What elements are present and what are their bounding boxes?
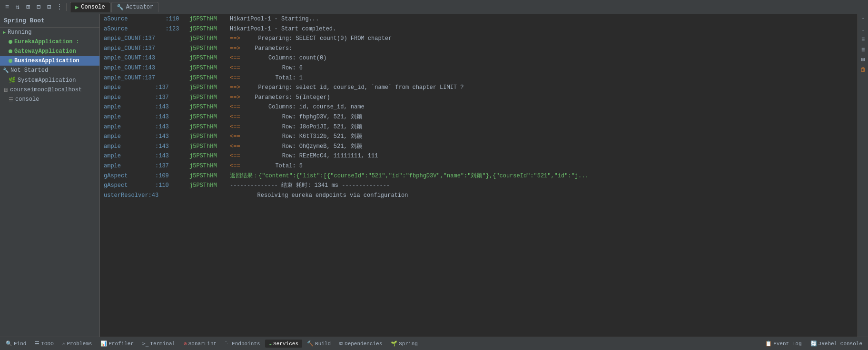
build-tab-label: Build [315, 341, 331, 347]
sidebar-item-not-started[interactable]: 🔧 Not Started [0, 66, 99, 75]
line-message: -------------- 结束 耗时: 1341 ms ----------… [230, 181, 854, 190]
line-message: Row: K6tT3i2b, 521, 刘颖 [251, 132, 854, 141]
spring-tab-label: Spring [399, 341, 418, 347]
format-button[interactable]: ≣ [859, 45, 868, 54]
pin-icon[interactable]: ⊡ [44, 2, 54, 12]
sort-icon[interactable]: ⇅ [13, 2, 22, 12]
host-label: courseimooc@localhost [10, 87, 82, 93]
sidebar-item-gateway[interactable]: GatewayApplication [0, 47, 99, 56]
jrebel-label: JRebel Console [819, 341, 862, 347]
bottom-tab-find[interactable]: 🔍 Find [2, 340, 30, 348]
bottom-tab-dependencies[interactable]: ⧉ Dependencies [335, 340, 386, 348]
tab-actuator[interactable]: 🔧 Actuator [111, 2, 159, 12]
line-source: ample :143 [104, 103, 189, 112]
line-thread: j5PSThHM [189, 74, 230, 83]
bottom-tab-services[interactable]: ☁ Services [265, 340, 302, 348]
eureka-label: EurekaApplication : [14, 39, 79, 45]
line-direction: <== [230, 132, 251, 141]
line-thread: j5PSThHM [189, 34, 230, 43]
bottom-tab-profiler[interactable]: 📊 Profiler [97, 340, 138, 348]
line-thread: j5PSThHM [189, 113, 230, 122]
dependencies-tab-icon: ⧉ [339, 341, 343, 347]
line-source: ample :143 [104, 132, 189, 141]
line-message: Columns: count(0) [251, 54, 854, 63]
bottom-bar: 🔍 Find ☰ TODO ⚠ Problems 📊 Profiler >_ T… [0, 337, 868, 350]
line-thread: j5PSThHM [189, 64, 230, 73]
line-source: aSource :123 [104, 25, 189, 34]
terminal-tab-label: Terminal [150, 341, 175, 347]
console-line: ample :143 j5PSThHM <== Row: OhQzymeB, 5… [100, 142, 858, 152]
line-message: Columns: id, course_id, name [251, 103, 854, 112]
line-source: aSource :110 [104, 15, 189, 24]
bottom-tab-terminal[interactable]: >_ Terminal [138, 340, 179, 348]
profiler-tab-icon: 📊 [100, 340, 107, 347]
line-message: HikariPool-1 - Starting... [230, 15, 854, 24]
bottom-tab-event-log[interactable]: 📋 Event Log [761, 340, 805, 348]
clear-button[interactable]: ⊟ [859, 55, 868, 64]
line-thread: j5PSThHM [189, 44, 230, 53]
find-tab-label: Find [14, 341, 26, 347]
sidebar-item-business[interactable]: BusinessApplication [0, 56, 99, 66]
line-source: ample_COUNT:137 [104, 74, 189, 83]
eureka-running-dot [9, 40, 12, 44]
right-sidebar: ↑ ↓ ≡ ≣ ⊟ 🗑 [858, 14, 868, 337]
sidebar-item-eureka[interactable]: EurekaApplication : [0, 37, 99, 47]
not-started-icon: 🔧 [3, 68, 9, 73]
line-source: ample :143 [104, 142, 189, 151]
line-thread: j5PSThHM [189, 123, 230, 132]
line-thread: j5PSThHM [189, 93, 230, 102]
system-label: SystemApplication [18, 77, 76, 84]
line-thread: j5PSThHM [189, 181, 230, 190]
business-running-dot [9, 59, 12, 63]
spring-tab-icon: 🌱 [391, 340, 397, 347]
line-direction: ==> [230, 83, 251, 92]
sidebar-item-system[interactable]: 🌿 SystemApplication [0, 75, 99, 85]
gateway-running-dot [9, 49, 12, 53]
tab-console[interactable]: ▶ Console [70, 2, 110, 12]
terminal-tab-icon: >_ [142, 340, 148, 347]
sidebar-item-console[interactable]: ☰ console [0, 95, 99, 104]
menu-icon[interactable]: ≡ [2, 2, 12, 12]
line-direction: ==> [230, 34, 251, 43]
line-direction: <== [230, 162, 251, 171]
console-area[interactable]: aSource :110 j5PSThHM HikariPool-1 - Sta… [100, 14, 858, 337]
sonarlint-tab-label: SonarLint [188, 341, 217, 347]
bottom-tab-problems[interactable]: ⚠ Problems [59, 340, 96, 348]
bottom-tab-endpoints[interactable]: ⋱ Endpoints [221, 340, 264, 348]
console-line: ample :137 j5PSThHM ==> Preparing: selec… [100, 83, 858, 93]
line-source: ample_COUNT:137 [104, 44, 189, 53]
bottom-tab-build[interactable]: 🔨 Build [303, 340, 335, 348]
bottom-tab-spring[interactable]: 🌱 Spring [387, 340, 422, 348]
gateway-label: GatewayApplication [14, 48, 76, 55]
more-icon[interactable]: ⋮ [55, 2, 64, 12]
scroll-down-button[interactable]: ↓ [859, 25, 868, 34]
console-line: ample :143 j5PSThHM <== Row: fbphgD3V, 5… [100, 112, 858, 122]
filter-icon[interactable]: ⊟ [34, 2, 43, 12]
line-thread: j5PSThHM [189, 142, 230, 151]
event-log-label: Event Log [773, 341, 801, 347]
delete-button[interactable]: 🗑 [859, 65, 868, 74]
line-message: Row: J8oPo1JI, 521, 刘颖 [251, 123, 854, 132]
sidebar-item-running[interactable]: ▶ Running [0, 28, 99, 37]
sidebar-item-host[interactable]: 🖥 courseimooc@localhost [0, 85, 99, 95]
running-arrow-icon: ▶ [3, 29, 6, 35]
line-thread: j5PSThHM [189, 25, 230, 34]
console-line: ample :143 j5PSThHM <== Row: REzEMcC4, 1… [100, 151, 858, 161]
bottom-tab-sonarlint[interactable]: ⊙ SonarLint [180, 340, 220, 348]
main-layout: Spring Boot ▶ Running EurekaApplication … [0, 14, 868, 337]
line-message: Row: REzEMcC4, 11111111, 111 [251, 152, 854, 161]
bottom-tab-todo[interactable]: ☰ TODO [31, 340, 57, 348]
find-tab-icon: 🔍 [6, 340, 12, 347]
line-source: ample_COUNT:137 [104, 34, 189, 43]
sonarlint-tab-icon: ⊙ [184, 340, 187, 347]
line-thread: j5PSThHM [189, 15, 230, 24]
bottom-tab-jrebel[interactable]: 🔄 JRebel Console [807, 340, 866, 348]
console-tab-label: Console [81, 4, 105, 10]
scroll-up-button[interactable]: ↑ [859, 15, 868, 24]
line-source: ample_COUNT:143 [104, 64, 189, 73]
not-started-label: Not Started [10, 67, 48, 74]
group-icon[interactable]: ⊞ [23, 2, 33, 12]
wrap-button[interactable]: ≡ [859, 35, 868, 44]
problems-tab-icon: ⚠ [62, 340, 66, 347]
tab-bar: ▶ Console 🔧 Actuator [70, 2, 158, 12]
